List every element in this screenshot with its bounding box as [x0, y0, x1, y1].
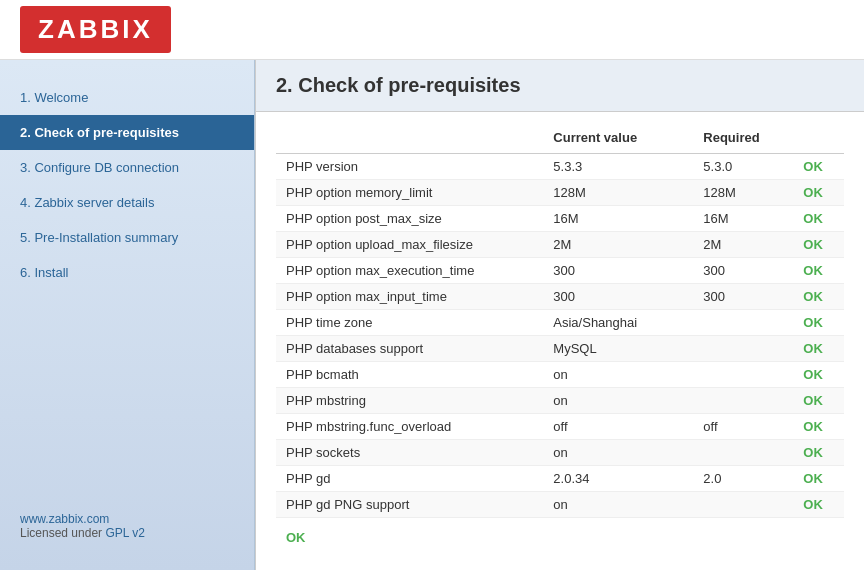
prereq-current: off — [543, 414, 693, 440]
prereq-required: 16M — [693, 206, 793, 232]
prereq-name: PHP gd PNG support — [276, 492, 543, 518]
prereq-required — [693, 310, 793, 336]
page-title: 2. Check of pre-requisites — [276, 74, 521, 96]
prereq-name: PHP sockets — [276, 440, 543, 466]
prereq-required: 300 — [693, 258, 793, 284]
sidebar-item-welcome[interactable]: 1. Welcome — [0, 80, 254, 115]
table-row: PHP version 5.3.3 5.3.0 OK — [276, 154, 844, 180]
content-inner: 2. Check of pre-requisites Current value… — [255, 60, 864, 570]
sidebar-item-summary[interactable]: 5. Pre-Installation summary — [0, 220, 254, 255]
zabbix-link[interactable]: www.zabbix.com — [20, 512, 109, 526]
prereq-current: 5.3.3 — [543, 154, 693, 180]
table-row: PHP databases support MySQL OK — [276, 336, 844, 362]
prereq-current: on — [543, 440, 693, 466]
prereq-required: 128M — [693, 180, 793, 206]
table-header-row: Current value Required — [276, 122, 844, 154]
prereq-required: 300 — [693, 284, 793, 310]
prereq-current: Asia/Shanghai — [543, 310, 693, 336]
prereq-name: PHP option max_input_time — [276, 284, 543, 310]
prereq-name: PHP bcmath — [276, 362, 543, 388]
prereq-current: 2M — [543, 232, 693, 258]
prereq-status: OK — [793, 388, 844, 414]
prereq-required: off — [693, 414, 793, 440]
sidebar-item-install[interactable]: 6. Install — [0, 255, 254, 290]
prereq-status: OK — [793, 284, 844, 310]
sidebar-nav: 1. Welcome 2. Check of pre-requisites 3.… — [0, 80, 254, 290]
col-header-required: Required — [693, 122, 793, 154]
prereq-current: on — [543, 492, 693, 518]
table-row: PHP gd PNG support on OK — [276, 492, 844, 518]
prereq-table-wrapper[interactable]: Current value Required PHP version 5.3.3… — [256, 112, 864, 570]
prereq-status: OK — [793, 362, 844, 388]
prereq-required: 2M — [693, 232, 793, 258]
table-row: PHP time zone Asia/Shanghai OK — [276, 310, 844, 336]
content-area: 2. Check of pre-requisites Current value… — [255, 60, 864, 570]
prereq-name: PHP mbstring — [276, 388, 543, 414]
prereq-required: 2.0 — [693, 466, 793, 492]
sidebar: 1. Welcome 2. Check of pre-requisites 3.… — [0, 60, 255, 570]
prereq-required — [693, 492, 793, 518]
sidebar-item-db[interactable]: 3. Configure DB connection — [0, 150, 254, 185]
prereq-status: OK — [793, 258, 844, 284]
prereq-status: OK — [793, 154, 844, 180]
prereq-current: 128M — [543, 180, 693, 206]
app-header: ZABBIX — [0, 0, 864, 60]
table-row: PHP bcmath on OK — [276, 362, 844, 388]
prereq-current: 300 — [543, 284, 693, 310]
sidebar-footer: www.zabbix.com Licensed under GPL v2 — [0, 502, 254, 550]
logo-text: ZABBIX — [38, 14, 153, 44]
prereq-required — [693, 362, 793, 388]
prereq-current: on — [543, 388, 693, 414]
table-row: PHP option max_input_time 300 300 OK — [276, 284, 844, 310]
prereq-current: 2.0.34 — [543, 466, 693, 492]
prereq-table: Current value Required PHP version 5.3.3… — [276, 122, 844, 518]
table-row: PHP gd 2.0.34 2.0 OK — [276, 466, 844, 492]
table-row: PHP option post_max_size 16M 16M OK — [276, 206, 844, 232]
prereq-status: OK — [793, 336, 844, 362]
prereq-status: OK — [793, 232, 844, 258]
main-layout: 1. Welcome 2. Check of pre-requisites 3.… — [0, 60, 864, 570]
gpl-link[interactable]: GPL v2 — [105, 526, 145, 540]
sidebar-item-prereq[interactable]: 2. Check of pre-requisites — [0, 115, 254, 150]
prereq-status: OK — [793, 440, 844, 466]
prereq-name: PHP option max_execution_time — [276, 258, 543, 284]
prereq-name: PHP gd — [276, 466, 543, 492]
prereq-status: OK — [793, 492, 844, 518]
overall-status: OK — [286, 530, 306, 545]
prereq-name: PHP option upload_max_filesize — [276, 232, 543, 258]
col-header-name — [276, 122, 543, 154]
col-header-status — [793, 122, 844, 154]
prereq-name: PHP option post_max_size — [276, 206, 543, 232]
prereq-name: PHP databases support — [276, 336, 543, 362]
prereq-status: OK — [793, 414, 844, 440]
prereq-status: OK — [793, 310, 844, 336]
col-header-current: Current value — [543, 122, 693, 154]
table-row: PHP mbstring.func_overload off off OK — [276, 414, 844, 440]
prereq-name: PHP version — [276, 154, 543, 180]
table-row: PHP option upload_max_filesize 2M 2M OK — [276, 232, 844, 258]
prereq-name: PHP mbstring.func_overload — [276, 414, 543, 440]
prereq-current: 300 — [543, 258, 693, 284]
prereq-status: OK — [793, 206, 844, 232]
prereq-status: OK — [793, 466, 844, 492]
prereq-required — [693, 336, 793, 362]
license-text: Licensed under — [20, 526, 105, 540]
sidebar-item-server[interactable]: 4. Zabbix server details — [0, 185, 254, 220]
prereq-status: OK — [793, 180, 844, 206]
overall-status-row: OK — [276, 518, 844, 557]
logo: ZABBIX — [20, 6, 171, 53]
table-row: PHP mbstring on OK — [276, 388, 844, 414]
prereq-name: PHP time zone — [276, 310, 543, 336]
prereq-current: 16M — [543, 206, 693, 232]
prereq-current: MySQL — [543, 336, 693, 362]
table-row: PHP sockets on OK — [276, 440, 844, 466]
content-header: 2. Check of pre-requisites — [256, 60, 864, 112]
table-row: PHP option max_execution_time 300 300 OK — [276, 258, 844, 284]
prereq-required — [693, 440, 793, 466]
prereq-required: 5.3.0 — [693, 154, 793, 180]
table-row: PHP option memory_limit 128M 128M OK — [276, 180, 844, 206]
prereq-name: PHP option memory_limit — [276, 180, 543, 206]
prereq-required — [693, 388, 793, 414]
prereq-current: on — [543, 362, 693, 388]
